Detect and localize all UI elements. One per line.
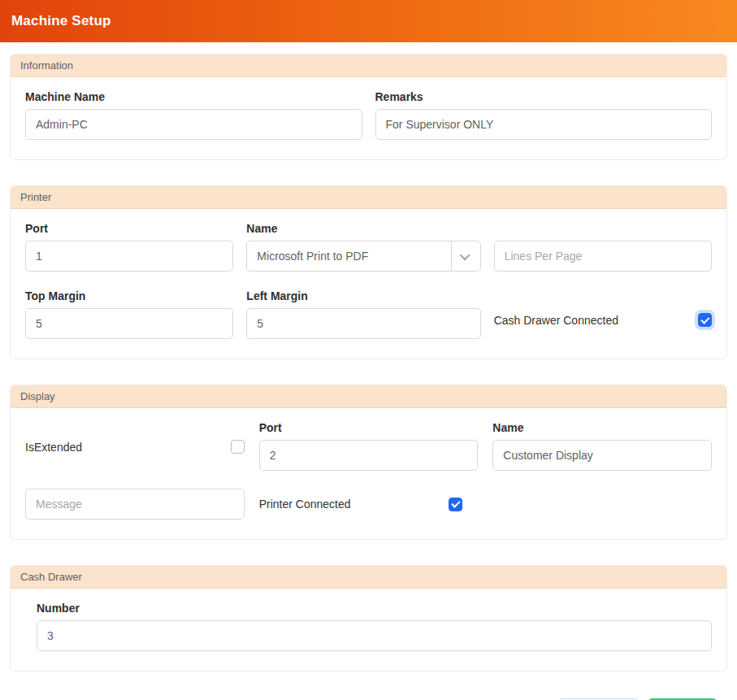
cash-drawer-section: Cash Drawer Number [10,565,727,672]
left-margin-input[interactable] [246,308,480,339]
is-extended-label: IsExtended [25,441,82,454]
page-title: Machine Setup [11,13,111,29]
message-field-group [25,489,245,520]
section-header-cash-drawer: Cash Drawer [11,566,726,589]
printer-connected-label: Printer Connected [259,498,351,511]
remarks-input[interactable] [375,109,713,140]
information-section: Information Machine Name Remarks [10,54,727,160]
is-extended-checkbox[interactable] [231,440,245,454]
printer-name-select[interactable]: Microsoft Print to PDF [246,241,480,272]
section-header-printer: Printer [11,186,726,209]
section-header-information: Information [11,54,726,77]
main-content: Information Machine Name Remarks Printer… [0,42,737,700]
display-port-field-group: Port [259,421,479,471]
display-port-input[interactable] [259,440,479,471]
top-margin-field-group: Top Margin [25,289,233,339]
left-margin-label: Left Margin [246,289,480,302]
printer-section: Printer Port Name Microsoft Print to PDF [10,185,727,359]
number-field-group: Number [37,602,712,651]
cash-drawer-number-input[interactable] [37,620,712,651]
machine-name-label: Machine Name [25,90,362,103]
remarks-label: Remarks [375,90,713,103]
title-bar: Machine Setup [0,0,737,42]
printer-port-label: Port [25,222,233,235]
section-header-display: Display [11,385,726,408]
number-label: Number [37,602,712,615]
top-margin-label: Top Margin [25,289,233,302]
display-port-label: Port [259,421,479,434]
display-section: Display IsExtended Port Name [10,385,727,540]
printer-port-input[interactable] [25,241,233,272]
is-extended-group: IsExtended [25,421,245,471]
left-margin-field-group: Left Margin [246,289,480,339]
cash-drawer-connected-group: Cash Drawer Connected [494,302,712,327]
cash-drawer-connected-label: Cash Drawer Connected [494,314,618,327]
printer-connected-group: Printer Connected [259,489,479,520]
footer-actions: ✕ Discard Save [10,697,727,700]
printer-name-selected-value: Microsoft Print to PDF [247,241,450,271]
chevron-down-icon[interactable] [451,241,480,271]
top-margin-input[interactable] [25,308,233,339]
display-name-field-group: Name [492,421,712,471]
lines-per-page-field-group [494,241,712,272]
printer-name-label: Name [246,222,480,235]
remarks-field-group: Remarks [375,90,713,140]
machine-name-input[interactable] [25,109,362,140]
printer-port-field-group: Port [25,222,233,272]
cash-drawer-connected-checkbox[interactable] [698,313,712,327]
lines-per-page-input[interactable] [494,241,712,272]
printer-name-field-group: Name Microsoft Print to PDF [246,222,480,272]
machine-name-field-group: Machine Name [25,90,362,140]
display-name-label: Name [492,421,712,434]
message-input[interactable] [25,489,245,520]
printer-connected-checkbox[interactable] [449,498,462,511]
display-name-input[interactable] [492,440,712,471]
